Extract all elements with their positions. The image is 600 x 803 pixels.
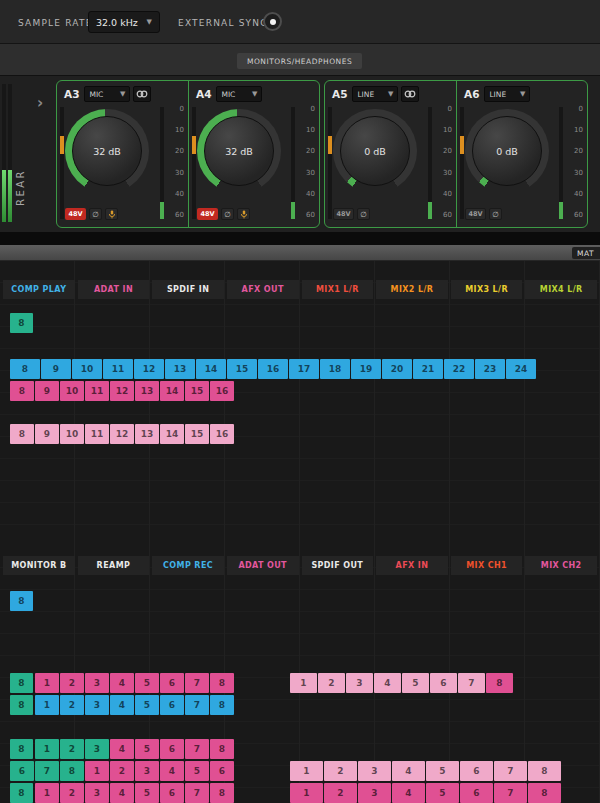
matrix-column-header[interactable]: ADAT OUT (227, 556, 299, 575)
routing-cell[interactable]: 14 (160, 424, 184, 444)
routing-cell[interactable]: 12 (110, 381, 134, 401)
routing-cell[interactable]: 8 (10, 591, 33, 611)
routing-cell[interactable]: 7 (185, 783, 209, 803)
routing-cell[interactable]: 21 (413, 359, 443, 379)
routing-cell[interactable]: 6 (460, 761, 493, 781)
routing-cell[interactable]: 8 (10, 739, 33, 759)
routing-cell[interactable]: 7 (185, 739, 209, 759)
matrix-column-header[interactable]: SPDIF OUT (302, 556, 374, 575)
routing-cell[interactable]: 6 (160, 695, 184, 715)
routing-cell[interactable]: 15 (227, 359, 257, 379)
routing-cell[interactable]: 15 (185, 424, 209, 444)
routing-cell[interactable]: 8 (10, 313, 33, 333)
phase-invert-button[interactable]: ∅ (489, 208, 502, 220)
routing-cell[interactable]: 2 (324, 783, 357, 803)
routing-cell[interactable]: 4 (110, 783, 134, 803)
routing-cell[interactable]: 16 (210, 381, 234, 401)
routing-cell[interactable]: 8 (486, 673, 513, 693)
routing-cell[interactable]: 4 (110, 673, 134, 693)
routing-cell[interactable]: 2 (110, 761, 134, 781)
phantom-power-button[interactable]: 48V (333, 208, 354, 220)
routing-cell[interactable]: 2 (324, 761, 357, 781)
routing-cell[interactable]: 16 (210, 424, 234, 444)
routing-cell[interactable]: 2 (60, 783, 84, 803)
routing-cell[interactable]: 5 (402, 673, 429, 693)
phantom-power-button[interactable]: 48V (465, 208, 486, 220)
routing-cell[interactable]: 10 (60, 424, 84, 444)
routing-cell[interactable]: 6 (10, 761, 34, 781)
routing-cell[interactable]: 7 (185, 673, 209, 693)
matrix-column-header[interactable]: MIX4 L/R (525, 280, 597, 299)
routing-cell[interactable]: 20 (382, 359, 412, 379)
routing-cell[interactable]: 8 (10, 783, 33, 803)
routing-cell[interactable]: 9 (35, 424, 59, 444)
routing-cell[interactable]: 4 (392, 783, 425, 803)
routing-cell[interactable]: 1 (85, 761, 109, 781)
routing-cell[interactable]: 5 (426, 761, 459, 781)
matrix-column-header[interactable]: MIX1 L/R (302, 280, 374, 299)
routing-cell[interactable]: 3 (85, 783, 109, 803)
routing-cell[interactable]: 11 (85, 381, 109, 401)
routing-cell[interactable]: 24 (506, 359, 536, 379)
sample-rate-select[interactable]: 32.0 kHz ▼ (88, 11, 160, 33)
matrix-column-header[interactable]: MIX3 L/R (451, 280, 523, 299)
phase-invert-button[interactable]: ∅ (357, 208, 370, 220)
phase-invert-button[interactable]: ∅ (89, 208, 102, 220)
routing-cell[interactable]: 18 (320, 359, 350, 379)
mic-button[interactable] (237, 208, 250, 220)
routing-cell[interactable]: 1 (35, 695, 59, 715)
phantom-power-button[interactable]: 48V (197, 208, 218, 220)
routing-cell[interactable]: 5 (426, 783, 459, 803)
routing-cell[interactable]: 4 (160, 761, 184, 781)
routing-cell[interactable]: 1 (35, 783, 59, 803)
routing-cell[interactable]: 8 (210, 739, 234, 759)
routing-cell[interactable]: 8 (528, 761, 561, 781)
routing-cell[interactable]: 4 (110, 739, 134, 759)
monitors-headphones-button[interactable]: MONITORS/HEADPHONES (237, 53, 362, 69)
routing-cell[interactable]: 6 (430, 673, 457, 693)
input-type-select[interactable]: LINE ▼ (484, 86, 530, 102)
matrix-column-header[interactable]: COMP REC (152, 556, 224, 575)
mic-button[interactable] (105, 208, 118, 220)
routing-cell[interactable]: 8 (10, 424, 34, 444)
stereo-link-button[interactable] (401, 86, 419, 102)
matrix-column-header[interactable]: ADAT IN (78, 280, 150, 299)
routing-cell[interactable]: 8 (210, 673, 234, 693)
routing-cell[interactable]: 11 (103, 359, 133, 379)
routing-cell[interactable]: 1 (290, 673, 317, 693)
phantom-power-button[interactable]: 48V (65, 208, 86, 220)
routing-cell[interactable]: 2 (60, 673, 84, 693)
routing-cell[interactable]: 7 (494, 761, 527, 781)
routing-cell[interactable]: 16 (258, 359, 288, 379)
routing-cell[interactable]: 13 (135, 381, 159, 401)
routing-cell[interactable]: 14 (160, 381, 184, 401)
routing-cell[interactable]: 13 (135, 424, 159, 444)
matrix-column-header[interactable]: REAMP (78, 556, 150, 575)
routing-cell[interactable]: 5 (135, 673, 159, 693)
routing-cell[interactable]: 8 (210, 695, 234, 715)
routing-cell[interactable]: 1 (35, 673, 59, 693)
routing-cell[interactable]: 4 (392, 761, 425, 781)
routing-cell[interactable]: 11 (85, 424, 109, 444)
routing-cell[interactable]: 1 (35, 739, 59, 759)
routing-cell[interactable]: 8 (10, 695, 33, 715)
routing-cell[interactable]: 3 (135, 761, 159, 781)
routing-cell[interactable]: 1 (290, 783, 323, 803)
gain-knob[interactable]: 32 dB (65, 109, 149, 193)
routing-cell[interactable]: 13 (165, 359, 195, 379)
routing-cell[interactable]: 8 (10, 673, 33, 693)
matrix-column-header[interactable]: MIX2 L/R (376, 280, 448, 299)
gain-knob[interactable]: 32 dB (197, 109, 281, 193)
routing-cell[interactable]: 5 (185, 761, 209, 781)
matrix-column-header[interactable]: AFX IN (376, 556, 448, 575)
routing-cell[interactable]: 15 (185, 381, 209, 401)
matrix-column-header[interactable]: COMP PLAY (3, 280, 75, 299)
routing-cell[interactable]: 7 (494, 783, 527, 803)
routing-cell[interactable]: 1 (290, 761, 323, 781)
routing-cell[interactable]: 10 (72, 359, 102, 379)
routing-cell[interactable]: 3 (85, 673, 109, 693)
routing-cell[interactable]: 3 (358, 761, 391, 781)
input-type-select[interactable]: LINE ▼ (352, 86, 398, 102)
routing-cell[interactable]: 2 (318, 673, 345, 693)
routing-cell[interactable]: 5 (135, 783, 159, 803)
